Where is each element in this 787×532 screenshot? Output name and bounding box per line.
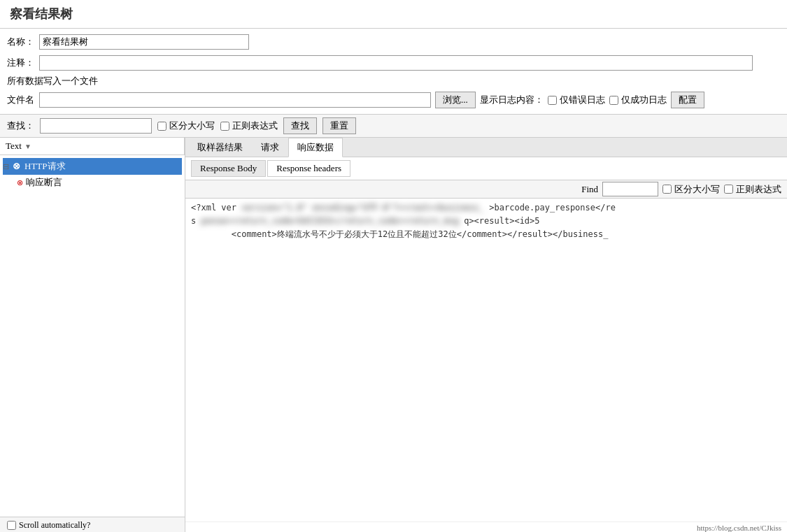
search-input[interactable] xyxy=(40,118,152,134)
case-label: 区分大小写 xyxy=(169,120,215,132)
left-panel: Text ▼ ⊟ ⊗ HTTP请求 ⊗ 响应断言 Scroll automati… xyxy=(0,138,185,532)
right-panel: 取样器结果 请求 响应数据 Response Body Response hea… xyxy=(185,138,787,532)
dropdown-arrow-icon: ▼ xyxy=(24,143,31,150)
error-log-checkbox[interactable] xyxy=(548,96,557,105)
find-button[interactable]: 查找 xyxy=(283,117,317,134)
tab-request[interactable]: 请求 xyxy=(252,138,288,157)
search-label: 查找： xyxy=(7,120,34,132)
assert-node-label: 响应断言 xyxy=(24,176,64,189)
sub-tabs-bar: Response Body Response headers xyxy=(185,157,787,180)
find-input[interactable] xyxy=(602,182,658,196)
title-bar: 察看结果树 xyxy=(0,0,787,29)
xml-line-1: <?xml ver version="1.0" encoding="UTF-8"… xyxy=(191,201,781,215)
xml-line-3: <comment>终端流水号不少于必须大于12位且不能超过32位</commen… xyxy=(191,228,781,241)
xml-line-2: s ponse><return_code>SUCCESS</return_cod… xyxy=(191,215,781,228)
tabs-bar: 取样器结果 请求 响应数据 xyxy=(185,138,787,157)
scroll-auto-checkbox[interactable] xyxy=(7,521,16,530)
error-icon-assert: ⊗ xyxy=(17,178,23,187)
regex-checkbox[interactable] xyxy=(220,122,229,131)
find-regex-label: 正则表达式 xyxy=(736,183,781,196)
all-data-label: 所有数据写入一个文件 xyxy=(7,75,98,87)
comment-label: 注释： xyxy=(7,57,35,69)
find-regex-checkbox[interactable] xyxy=(724,185,733,194)
text-label: Text xyxy=(6,141,22,152)
file-label: 文件名 xyxy=(7,94,35,106)
watermark: https://blog.csdn.net/CJkiss xyxy=(185,522,787,532)
sub-tab-response-body[interactable]: Response Body xyxy=(191,160,266,177)
find-case-checkbox[interactable] xyxy=(662,185,672,194)
browse-button[interactable]: 浏览... xyxy=(435,92,476,108)
toolbar: 查找： 区分大小写 正则表达式 查找 重置 xyxy=(0,115,787,138)
scroll-auto-label: Scroll automatically? xyxy=(19,520,90,531)
case-sensitive-checkbox[interactable] xyxy=(157,122,166,131)
tab-response-data[interactable]: 响应数据 xyxy=(288,138,343,157)
page-title: 察看结果树 xyxy=(10,6,777,22)
left-panel-header: Text ▼ xyxy=(0,138,185,155)
name-label: 名称： xyxy=(7,36,35,48)
file-input[interactable] xyxy=(39,92,431,108)
reset-button[interactable]: 重置 xyxy=(322,117,356,134)
text-dropdown[interactable]: Text ▼ xyxy=(0,138,185,154)
log-label: 显示日志内容： xyxy=(480,94,544,106)
comment-input[interactable] xyxy=(39,55,753,71)
success-log-label: 仅成功日志 xyxy=(621,94,667,106)
tree-item-response-assert[interactable]: ⊗ 响应断言 xyxy=(17,175,182,190)
find-bar: Find 区分大小写 正则表达式 xyxy=(185,180,787,199)
find-label: Find xyxy=(581,184,598,195)
tree-expand-icon: ⊟ xyxy=(3,162,11,171)
error-log-label: 仅错误日志 xyxy=(560,94,605,106)
content-area[interactable]: <?xml ver version="1.0" encoding="UTF-8"… xyxy=(185,199,787,522)
main-area: Text ▼ ⊟ ⊗ HTTP请求 ⊗ 响应断言 Scroll automati… xyxy=(0,138,787,532)
tree-area: ⊟ ⊗ HTTP请求 ⊗ 响应断言 xyxy=(0,155,185,517)
error-icon-http: ⊗ xyxy=(13,161,20,172)
find-case-label: 区分大小写 xyxy=(674,183,720,196)
name-input[interactable] xyxy=(39,34,249,50)
left-bottom-bar: Scroll automatically? xyxy=(0,517,185,532)
sub-tab-response-headers[interactable]: Response headers xyxy=(267,160,350,177)
config-button[interactable]: 配置 xyxy=(671,92,704,108)
form-section: 名称： 注释： 所有数据写入一个文件 文件名 浏览... 显示日志内容： 仅错误… xyxy=(0,29,787,115)
success-log-checkbox[interactable] xyxy=(609,96,618,105)
regex-label: 正则表达式 xyxy=(232,120,278,132)
tab-sampler-result[interactable]: 取样器结果 xyxy=(188,138,252,157)
tree-item-http[interactable]: ⊟ ⊗ HTTP请求 xyxy=(3,158,182,175)
http-node-label: HTTP请求 xyxy=(22,159,69,173)
